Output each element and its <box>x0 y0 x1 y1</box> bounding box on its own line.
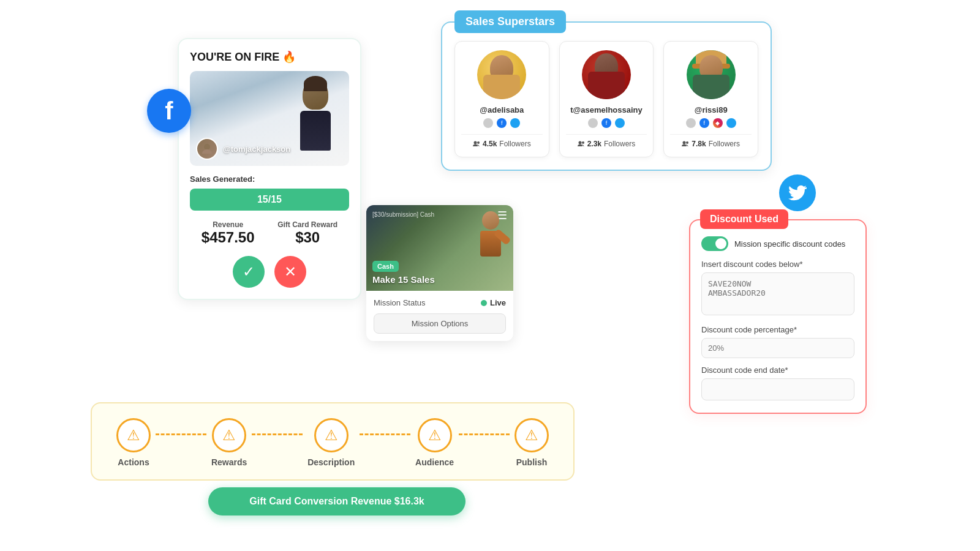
svg-point-1 <box>473 141 477 144</box>
social-icon-grey-1 <box>483 118 493 128</box>
gift-label: Gift Card Reward <box>277 220 337 229</box>
superstars-header: Sales Superstars <box>454 10 566 33</box>
toggle-row: Mission specific discount codes <box>701 236 854 251</box>
svg-point-2 <box>477 141 480 144</box>
workflow-step-publish[interactable]: ⚠ Publish <box>514 418 549 467</box>
workflow-icon-description: ⚠ <box>314 418 349 452</box>
workflow-icon-actions: ⚠ <box>116 418 151 452</box>
workflow-icon-rewards: ⚠ <box>212 418 246 452</box>
discount-card: Discount Used Mission specific discount … <box>689 219 867 414</box>
mission-options-button[interactable]: Mission Options <box>374 313 506 334</box>
mission-status-row: Mission Status Live <box>374 298 506 307</box>
discount-pct-input[interactable] <box>701 338 854 358</box>
mission-price-tag: [$30/submission] Cash <box>372 211 434 218</box>
superstar-social-1: f <box>461 118 543 128</box>
action-icons: ✓ ✕ <box>190 256 349 288</box>
discount-codes-input[interactable] <box>701 272 854 315</box>
followers-icon-1 <box>473 140 480 148</box>
workflow-label-description: Description <box>307 457 355 467</box>
social-icon-ig-3: ◆ <box>713 118 723 128</box>
reject-button[interactable]: ✕ <box>274 256 306 288</box>
superstar-name-1: @adelisaba <box>461 105 543 114</box>
superstar-followers-1: 4.5k Followers <box>461 134 543 148</box>
superstars-card: Sales Superstars @adelisaba f 4.5k Follo… <box>441 21 772 171</box>
superstar-avatar-1 <box>477 50 526 99</box>
mission-title: Make 15 Sales <box>372 274 435 285</box>
discount-header: Discount Used <box>700 209 788 229</box>
svg-point-6 <box>686 141 688 144</box>
superstar-item-3[interactable]: @rissi89 f ◆ 7.8k Followers <box>663 41 758 157</box>
superstar-name-3: @rissi89 <box>670 105 752 114</box>
gift-value: $30 <box>277 229 337 246</box>
superstar-avatar-2 <box>582 50 631 99</box>
discount-date-input[interactable] <box>701 378 854 400</box>
superstar-item-2[interactable]: t@asemelhossainy f 2.3k Followers <box>559 41 654 157</box>
toggle-knob <box>715 238 726 249</box>
discount-date-label: Discount code end date* <box>701 365 854 375</box>
live-indicator <box>481 300 487 306</box>
workflow-connector-4 <box>459 433 510 435</box>
superstar-social-2: f <box>566 118 647 128</box>
mission-image: ☰ Cash Make 15 Sales [$30/submission] Ca… <box>366 205 513 291</box>
superstar-social-3: f ◆ <box>670 118 752 128</box>
mission-live-text: Live <box>490 298 506 307</box>
social-icon-grey-2 <box>588 118 598 128</box>
mission-badge: Cash <box>372 261 399 272</box>
workflow-icon-publish: ⚠ <box>514 418 549 452</box>
followers-label-2: Followers <box>604 140 635 148</box>
followers-count-1: 4.5k <box>483 140 497 148</box>
superstar-name-2: t@asemelhossainy <box>566 105 647 114</box>
workflow-step-rewards[interactable]: ⚠ Rewards <box>211 418 247 467</box>
discount-pct-label: Discount code percentage* <box>701 325 854 334</box>
followers-label-3: Followers <box>709 140 740 148</box>
workflow-connector-3 <box>360 433 410 435</box>
workflow-step-audience[interactable]: ⚠ Audience <box>415 418 454 467</box>
mission-card: ☰ Cash Make 15 Sales [$30/submission] Ca… <box>366 205 513 341</box>
workflow-step-description[interactable]: ⚠ Description <box>307 418 355 467</box>
workflow-connector-2 <box>252 433 303 435</box>
discount-toggle[interactable] <box>701 236 728 251</box>
followers-label-1: Followers <box>499 140 530 148</box>
workflow-step-actions[interactable]: ⚠ Actions <box>116 418 151 467</box>
mission-body: Mission Status Live Mission Options <box>366 291 513 341</box>
followers-icon-3 <box>682 140 689 148</box>
mission-status-label: Mission Status <box>374 298 426 307</box>
fire-card-title: YOU'RE ON FIRE 🔥 <box>190 50 349 64</box>
twitter-bird-icon <box>788 185 807 201</box>
workflow-bar: ⚠ Actions ⚠ Rewards ⚠ Description ⚠ Audi… <box>91 402 575 481</box>
superstar-item-1[interactable]: @adelisaba f 4.5k Followers <box>454 41 549 157</box>
revenue-block: Revenue $457.50 <box>202 220 255 246</box>
workflow-label-publish: Publish <box>516 457 548 467</box>
superstars-grid: @adelisaba f 4.5k Followers t@asemelhoss… <box>454 41 758 157</box>
facebook-icon[interactable]: f <box>147 89 191 133</box>
discount-codes-label: Insert discount codes below* <box>701 260 854 269</box>
progress-bar: 15/15 <box>190 189 349 211</box>
superstar-avatar-3 <box>687 50 736 99</box>
revenue-value: $457.50 <box>202 229 255 246</box>
stats-row: Revenue $457.50 Gift Card Reward $30 <box>190 220 349 246</box>
gift-banner[interactable]: Gift Card Conversion Revenue $16.3k <box>208 487 466 515</box>
fire-card: YOU'RE ON FIRE 🔥 @tomjackjackson Sales G… <box>178 38 361 300</box>
workflow-label-actions: Actions <box>118 457 149 467</box>
facebook-letter: f <box>165 97 173 125</box>
social-icon-grey-3 <box>686 118 696 128</box>
superstar-followers-2: 2.3k Followers <box>566 134 647 148</box>
superstar-followers-3: 7.8k Followers <box>670 134 752 148</box>
twitter-icon[interactable] <box>779 174 816 211</box>
revenue-label: Revenue <box>202 220 255 229</box>
svg-point-3 <box>578 141 581 144</box>
workflow-connector-1 <box>156 433 206 435</box>
social-icon-tw-2 <box>615 118 625 128</box>
svg-point-5 <box>683 141 686 144</box>
social-icon-tw-3 <box>726 118 736 128</box>
followers-icon-2 <box>578 140 585 148</box>
social-icon-fb-1: f <box>497 118 507 128</box>
followers-count-3: 7.8k <box>692 140 706 148</box>
approve-button[interactable]: ✓ <box>233 256 265 288</box>
fire-card-username: @tomjackjackson <box>223 144 290 154</box>
svg-point-4 <box>582 141 584 144</box>
sales-label: Sales Generated: <box>190 174 349 184</box>
social-icon-fb-3: f <box>699 118 709 128</box>
followers-count-2: 2.3k <box>587 140 601 148</box>
toggle-label: Mission specific discount codes <box>734 239 845 249</box>
